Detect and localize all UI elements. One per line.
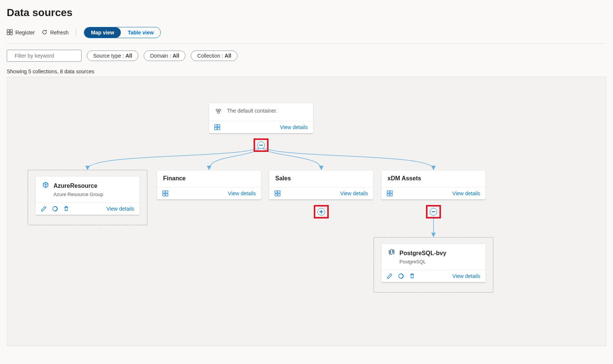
svg-rect-1 — [10, 30, 12, 32]
svg-point-25 — [392, 251, 393, 251]
node-postgres-subtitle: PostgreSQL — [399, 259, 479, 264]
svg-rect-7 — [215, 125, 217, 127]
node-finance[interactable]: Finance View details — [157, 171, 261, 199]
postgresql-icon — [387, 248, 396, 258]
filter-collection[interactable]: Collection : All — [191, 51, 237, 61]
svg-rect-14 — [163, 194, 165, 196]
scan-icon[interactable] — [275, 190, 281, 196]
filter-collection-value: All — [225, 53, 232, 59]
collapse-button-root[interactable] — [257, 141, 265, 149]
azure-resource-icon — [42, 181, 50, 191]
svg-rect-16 — [275, 191, 277, 193]
view-details-link[interactable]: View details — [107, 206, 134, 212]
node-azure-title: AzureResource — [53, 183, 97, 189]
filter-source-type[interactable]: Source type : All — [87, 51, 138, 61]
node-azure-subtitle: Azure Resource Group — [53, 192, 134, 197]
scan-icon[interactable] — [214, 124, 220, 130]
svg-rect-21 — [390, 191, 392, 193]
refresh-label: Refresh — [50, 30, 68, 36]
svg-rect-15 — [166, 194, 168, 196]
scan-icon[interactable] — [387, 190, 393, 196]
svg-rect-22 — [387, 194, 389, 196]
svg-rect-17 — [278, 191, 280, 193]
svg-point-6 — [217, 111, 219, 113]
filter-domain-value: All — [172, 53, 179, 59]
filter-domain-label: Domain : — [150, 53, 171, 59]
node-sales[interactable]: Sales View details — [269, 171, 373, 199]
tab-table-view[interactable]: Table view — [121, 27, 160, 38]
svg-rect-8 — [218, 125, 220, 127]
svg-rect-20 — [387, 191, 389, 193]
delete-icon[interactable] — [409, 273, 415, 279]
node-xdm[interactable]: xDM Assets View details — [381, 171, 485, 199]
toolbar: Register Refresh Map view Table view — [7, 25, 606, 44]
edit-icon[interactable] — [41, 206, 47, 212]
svg-rect-3 — [10, 33, 12, 35]
svg-rect-18 — [275, 194, 277, 196]
svg-point-4 — [216, 109, 218, 111]
node-postgres-title: PostgreSQL-bvy — [399, 250, 446, 257]
collapse-button-xdm[interactable] — [430, 208, 437, 215]
svg-point-24 — [390, 251, 391, 251]
svg-rect-9 — [215, 128, 217, 130]
scan-icon[interactable] — [398, 273, 404, 279]
delete-icon[interactable] — [63, 206, 69, 212]
filter-domain[interactable]: Domain : All — [144, 51, 186, 61]
container-icon — [215, 108, 222, 116]
svg-rect-19 — [278, 194, 280, 196]
register-label: Register — [15, 30, 35, 36]
svg-rect-13 — [166, 191, 168, 193]
svg-rect-23 — [390, 194, 392, 196]
svg-point-5 — [219, 109, 221, 111]
scan-icon[interactable] — [52, 206, 58, 212]
view-details-link[interactable]: View details — [280, 124, 308, 130]
view-toggle: Map view Table view — [84, 27, 161, 38]
scan-icon[interactable] — [162, 190, 168, 196]
refresh-icon — [42, 29, 47, 36]
filter-keyword-input-wrap[interactable] — [7, 50, 82, 62]
node-postgres[interactable]: PostgreSQL-bvy PostgreSQL View details — [381, 244, 485, 282]
register-icon — [7, 29, 13, 36]
node-finance-title: Finance — [163, 175, 186, 182]
map-canvas[interactable]: The default container. View details — [7, 77, 606, 346]
page-title: Data sources — [7, 7, 606, 19]
node-root-description: The default container. — [227, 108, 278, 114]
tab-map-view[interactable]: Map view — [84, 27, 121, 38]
view-details-link[interactable]: View details — [228, 190, 256, 196]
edit-icon[interactable] — [387, 273, 393, 279]
node-root[interactable]: The default container. View details — [209, 103, 313, 133]
svg-rect-12 — [163, 191, 165, 193]
filter-source-type-value: All — [126, 53, 132, 59]
node-sales-title: Sales — [275, 175, 291, 182]
node-azure-resource[interactable]: AzureResource Azure Resource Group Vie — [36, 177, 140, 215]
svg-rect-2 — [7, 33, 9, 35]
register-button[interactable]: Register — [7, 29, 35, 36]
view-details-link[interactable]: View details — [453, 273, 480, 279]
refresh-button[interactable]: Refresh — [42, 29, 68, 36]
svg-rect-10 — [218, 128, 220, 130]
filters-row: Source type : All Domain : All Collectio… — [7, 50, 606, 62]
view-details-link[interactable]: View details — [453, 190, 480, 196]
svg-rect-0 — [7, 30, 9, 32]
filter-collection-label: Collection : — [197, 53, 223, 59]
filter-keyword-input[interactable] — [14, 52, 77, 59]
toolbar-divider — [76, 29, 76, 36]
expand-button-sales[interactable] — [318, 208, 325, 215]
view-details-link[interactable]: View details — [340, 190, 368, 196]
node-xdm-title: xDM Assets — [387, 175, 421, 182]
status-line: Showing 5 collections, 8 data sources — [7, 68, 606, 74]
filter-source-type-label: Source type : — [93, 53, 124, 59]
